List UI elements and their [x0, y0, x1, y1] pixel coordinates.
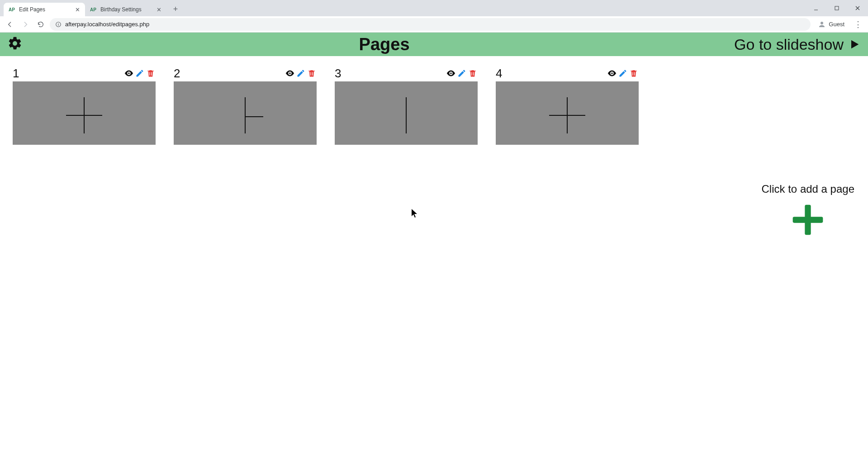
page-card: 1 [13, 67, 156, 145]
pencil-icon [457, 69, 466, 78]
browser-menu-button[interactable]: ⋮ [852, 18, 864, 31]
card-header: 2 [174, 67, 317, 80]
eye-icon [607, 68, 617, 78]
edit-button[interactable] [135, 68, 145, 78]
edit-button[interactable] [296, 68, 306, 78]
page-number: 4 [496, 66, 502, 81]
card-header: 4 [496, 67, 639, 80]
svg-rect-10 [151, 72, 152, 76]
page-thumbnail[interactable] [13, 81, 156, 145]
forward-button[interactable] [19, 18, 32, 31]
layout-cross-icon [13, 81, 156, 145]
go-to-slideshow-button[interactable]: Go to slideshow [734, 36, 861, 53]
add-page-label: Click to add a page [762, 183, 854, 195]
svg-point-7 [821, 22, 823, 24]
page-card: 2 [174, 67, 317, 145]
add-page-button[interactable] [790, 202, 826, 240]
tab-birthday-settings[interactable]: AP Birthday Settings ✕ [85, 3, 166, 16]
svg-rect-1 [835, 6, 839, 10]
delete-button[interactable] [468, 68, 478, 78]
page-thumbnail[interactable] [496, 81, 639, 145]
svg-point-22 [611, 72, 613, 74]
close-window-button[interactable] [847, 1, 868, 15]
user-icon [818, 20, 826, 28]
pencil-icon [296, 69, 305, 78]
page-title: Pages [34, 35, 734, 54]
favicon-icon: AP [8, 6, 15, 13]
view-button[interactable] [607, 68, 617, 78]
svg-rect-24 [634, 72, 635, 76]
edit-button[interactable] [457, 68, 467, 78]
trash-icon [629, 69, 638, 78]
settings-button[interactable] [7, 36, 23, 53]
card-actions [607, 68, 639, 78]
view-button[interactable] [124, 68, 134, 78]
close-tab-icon[interactable]: ✕ [74, 6, 81, 13]
page-card: 3 [335, 67, 478, 145]
card-header: 1 [13, 67, 156, 80]
eye-icon [446, 68, 456, 78]
svg-rect-19 [472, 72, 472, 76]
browser-chrome: AP Edit Pages ✕ AP Birthday Settings ✕ + [0, 0, 868, 33]
slideshow-label: Go to slideshow [734, 36, 844, 53]
svg-rect-23 [633, 72, 633, 76]
pencil-icon [618, 69, 627, 78]
address-bar: afterpay.localhost/editpages.php Guest ⋮ [0, 16, 868, 33]
card-actions [124, 68, 156, 78]
favicon-icon: AP [90, 6, 97, 13]
profile-label: Guest [829, 21, 844, 28]
layout-vline-icon [335, 81, 478, 145]
trash-icon [468, 69, 477, 78]
page-card: 4 [496, 67, 639, 145]
close-tab-icon[interactable]: ✕ [156, 6, 162, 13]
page-number: 1 [13, 66, 19, 81]
url-text: afterpay.localhost/editpages.php [65, 21, 149, 28]
delete-button[interactable] [307, 68, 317, 78]
gear-icon [7, 36, 23, 51]
svg-point-18 [450, 72, 452, 74]
tab-title: Edit Pages [19, 6, 71, 13]
svg-point-13 [289, 72, 291, 74]
trash-icon [146, 69, 155, 78]
add-page-section: Click to add a page [762, 183, 854, 240]
page-number: 2 [174, 66, 180, 81]
reload-button[interactable] [34, 18, 47, 31]
minimize-button[interactable] [806, 1, 826, 15]
trash-icon [307, 69, 316, 78]
new-tab-button[interactable]: + [169, 3, 182, 15]
site-info-icon[interactable] [55, 21, 62, 28]
card-header: 3 [335, 67, 478, 80]
pages-grid: 1 2 [0, 56, 868, 156]
layout-cross-icon [496, 81, 639, 145]
eye-icon [285, 68, 295, 78]
url-input[interactable]: afterpay.localhost/editpages.php [50, 18, 811, 31]
svg-rect-28 [793, 217, 823, 223]
plus-icon [790, 202, 826, 238]
eye-icon [124, 68, 134, 78]
card-actions [446, 68, 478, 78]
view-button[interactable] [285, 68, 295, 78]
app-header: Pages Go to slideshow [0, 33, 868, 56]
svg-point-8 [128, 72, 130, 74]
pencil-icon [135, 69, 144, 78]
svg-rect-9 [150, 72, 150, 76]
tab-strip: AP Edit Pages ✕ AP Birthday Settings ✕ + [0, 0, 868, 16]
delete-button[interactable] [629, 68, 639, 78]
card-actions [285, 68, 317, 78]
maximize-button[interactable] [826, 1, 847, 15]
svg-rect-14 [311, 72, 311, 76]
edit-button[interactable] [618, 68, 628, 78]
page-thumbnail[interactable] [335, 81, 478, 145]
tab-title: Birthday Settings [100, 6, 152, 13]
window-controls [806, 0, 868, 16]
page-thumbnail[interactable] [174, 81, 317, 145]
layout-t-icon [174, 81, 317, 145]
delete-button[interactable] [146, 68, 156, 78]
svg-rect-15 [312, 72, 313, 76]
back-button[interactable] [4, 18, 16, 31]
tab-edit-pages[interactable]: AP Edit Pages ✕ [4, 3, 85, 16]
view-button[interactable] [446, 68, 456, 78]
play-icon [848, 38, 861, 51]
profile-button[interactable]: Guest [813, 18, 849, 31]
page-number: 3 [335, 66, 341, 81]
